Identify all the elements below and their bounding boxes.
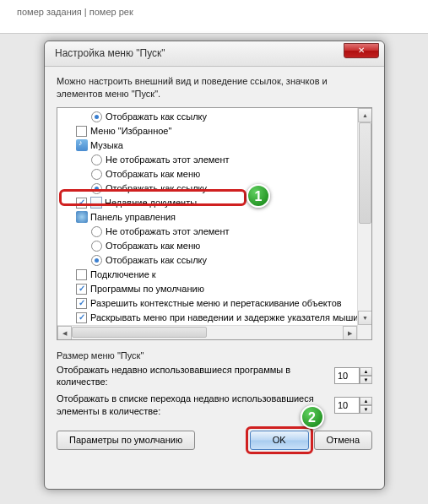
recent-programs-spinner[interactable]: ▲ ▼ (334, 367, 372, 384)
tree-item-label: Разрешить контекстные меню и перетаскива… (90, 298, 342, 308)
tree-row[interactable]: Меню "Избранное" (61, 124, 368, 138)
tree-item-label: Меню "Избранное" (90, 126, 171, 136)
tree-row[interactable]: Отображать как меню (61, 239, 368, 253)
vertical-scrollbar[interactable]: ▲ ▼ (357, 108, 371, 339)
section-label: Размер меню "Пуск" (57, 350, 372, 360)
tree-row[interactable]: Отображать как ссылку (61, 182, 368, 196)
tree-item-label: Раскрывать меню при наведении и задержке… (90, 312, 358, 322)
close-button[interactable]: ✕ (344, 43, 379, 58)
scroll-left-button[interactable]: ◀ (57, 326, 72, 340)
tree-item-label: Отображать как меню (106, 169, 200, 179)
radio-icon[interactable] (91, 255, 102, 266)
tree-row[interactable]: Отображать как ссылку (61, 253, 368, 268)
tree-row[interactable]: Программы по умолчанию (61, 282, 368, 296)
scroll-down-button[interactable]: ▼ (358, 311, 372, 325)
checkbox-icon[interactable] (76, 312, 87, 323)
tree-item-label: Не отображать этот элемент (106, 226, 230, 236)
ok-button[interactable]: OK (250, 431, 309, 450)
tree-row[interactable]: Подключение к (61, 268, 368, 282)
tree-item-label: Недавние документы (105, 198, 197, 208)
radio-icon[interactable] (91, 241, 102, 252)
jumplist-items-spinner[interactable]: ▲ ▼ (334, 397, 372, 414)
music-icon (76, 139, 88, 151)
options-tree: Отображать как ссылкуМеню "Избранное"Муз… (57, 107, 372, 340)
tree-item-label: Отображать как меню (106, 241, 200, 251)
defaults-button[interactable]: Параметры по умолчанию (57, 431, 195, 450)
customize-start-menu-dialog: Настройка меню "Пуск" ✕ Можно настроить … (44, 41, 385, 490)
scroll-up-button[interactable]: ▲ (358, 108, 372, 122)
tree-row[interactable]: Панель управления (61, 210, 368, 225)
dialog-title: Настройка меню "Пуск" (55, 47, 165, 59)
tree-item-label: Музыка (90, 140, 123, 150)
parent-window-hint: помер задания | помер рек (0, 0, 428, 34)
spin-down-icon[interactable]: ▼ (360, 376, 372, 384)
radio-icon[interactable] (91, 169, 102, 180)
tree-row[interactable]: Разрешить контекстные меню и перетаскива… (61, 296, 368, 311)
scroll-right-button[interactable]: ▶ (343, 326, 357, 340)
cancel-button[interactable]: Отмена (314, 431, 372, 450)
tree-item-label: Отображать как ссылку (106, 183, 207, 193)
tree-item-label: Программы по умолчанию (90, 284, 204, 294)
tree-item-label: Панель управления (90, 212, 176, 222)
checkbox-icon[interactable] (76, 198, 87, 209)
checkbox-icon[interactable] (76, 269, 87, 280)
tree-row[interactable]: Не отображать этот элемент (61, 225, 368, 239)
scroll-thumb[interactable] (359, 122, 371, 224)
tree-row[interactable]: Музыка (61, 138, 368, 153)
jumplist-items-input[interactable] (334, 397, 360, 414)
radio-icon[interactable] (91, 226, 102, 237)
spin-down-icon[interactable]: ▼ (360, 405, 372, 414)
checkbox-icon[interactable] (76, 126, 87, 137)
intro-text: Можно настроить внешний вид и поведение … (57, 75, 372, 100)
recent-programs-label: Отображать недавно использовавшиеся прог… (57, 364, 334, 388)
tree-item-label: Не отображать этот элемент (106, 154, 230, 165)
jumplist-items-row: Отображать в списке перехода недавно исп… (57, 393, 372, 417)
recent-programs-input[interactable] (334, 367, 360, 384)
tree-row[interactable]: Не отображать этот элемент (61, 153, 368, 167)
tree-item-label: Отображать как ссылку (106, 255, 207, 265)
checkbox-icon[interactable] (76, 298, 87, 309)
checkbox-icon[interactable] (76, 284, 87, 295)
tree-row[interactable]: Отображать как меню (61, 167, 368, 182)
doc-icon (90, 197, 102, 209)
tree-item-label: Отображать как ссылку (106, 111, 207, 122)
recent-programs-row: Отображать недавно использовавшиеся прог… (57, 364, 372, 388)
annotation-badge-2: 2 (301, 405, 324, 429)
tree-row[interactable]: Недавние документы (61, 196, 368, 210)
spin-up-icon[interactable]: ▲ (360, 397, 372, 405)
cp-icon (76, 211, 88, 223)
radio-icon[interactable] (91, 154, 102, 165)
jumplist-items-label: Отображать в списке перехода недавно исп… (57, 393, 334, 417)
button-row: Параметры по умолчанию OK 2 Отмена (57, 431, 372, 450)
tree-row[interactable]: Отображать как ссылку (61, 110, 368, 124)
titlebar[interactable]: Настройка меню "Пуск" ✕ (45, 41, 384, 67)
horizontal-scrollbar[interactable]: ◀ ▶ (57, 325, 357, 339)
radio-icon[interactable] (91, 111, 102, 122)
tree-row[interactable]: Раскрывать меню при наведении и задержке… (61, 311, 368, 325)
radio-icon[interactable] (91, 183, 102, 194)
spin-up-icon[interactable]: ▲ (360, 367, 372, 376)
tree-item-label: Подключение к (90, 269, 156, 279)
annotation-badge-1: 1 (247, 184, 270, 208)
hscroll-thumb[interactable] (72, 327, 207, 338)
dialog-content: Можно настроить внешний вид и поведение … (45, 67, 384, 458)
